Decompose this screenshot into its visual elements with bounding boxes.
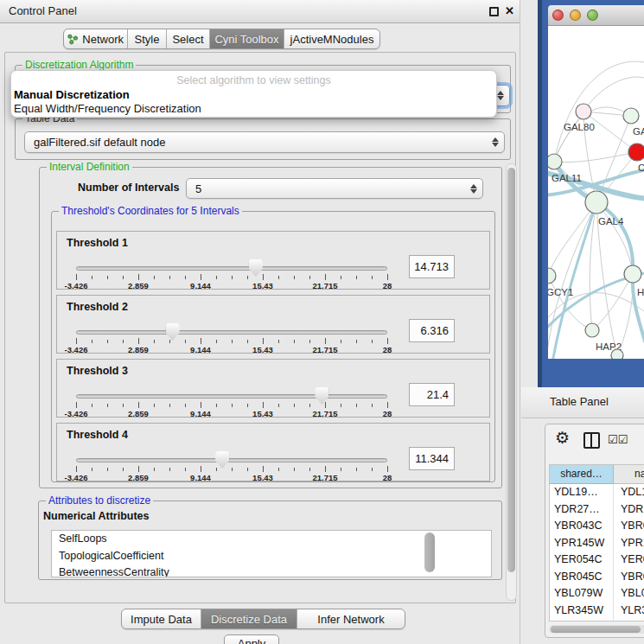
table-hscrollbar[interactable]: [549, 625, 644, 634]
cell-shared-name[interactable]: YBL079W: [550, 585, 614, 603]
select-columns-icons[interactable]: ☑☑: [608, 433, 628, 446]
tab-discretize-data[interactable]: Discretize Data: [201, 609, 297, 628]
threshold-slider[interactable]: -3.4262.8599.14415.4321.71528: [76, 450, 387, 481]
cell-name[interactable]: YLR3: [614, 603, 644, 620]
table-row[interactable]: YIL052CYIL0: [550, 619, 644, 622]
threshold-slider[interactable]: -3.4262.8599.14415.4321.71528: [76, 322, 387, 353]
cell-name[interactable]: YDR2: [614, 501, 644, 519]
cell-shared-name[interactable]: YBR045C: [550, 569, 614, 586]
numerical-attributes-label: Numerical Attributes: [43, 510, 149, 522]
tab-jactivemnodules[interactable]: jActiveMNodules: [284, 29, 379, 48]
threshold-value-field[interactable]: 14.713: [409, 255, 455, 278]
columns-icon[interactable]: [583, 432, 600, 449]
tab-select[interactable]: Select: [167, 29, 210, 48]
threshold-slider[interactable]: -3.4262.8599.14415.4321.71528: [76, 258, 387, 289]
table-row[interactable]: YDL19…YDL1: [550, 484, 644, 501]
table-panel-title: Table Panel: [550, 395, 609, 408]
table-row[interactable]: YBR045CYBR0: [550, 569, 644, 586]
network-node-gal80[interactable]: [576, 104, 591, 119]
minimize-traffic-light-icon[interactable]: [570, 10, 581, 21]
tab-impute-data[interactable]: Impute Data: [122, 609, 201, 628]
cell-shared-name[interactable]: YDL19…: [550, 484, 614, 501]
slider-groove[interactable]: [76, 458, 387, 462]
cell-shared-name[interactable]: YDR27…: [550, 501, 614, 519]
cyni-top-tabs: NetworkStyleSelectCyni ToolboxjActiveMNo…: [63, 29, 380, 49]
tab-network[interactable]: Network: [64, 29, 128, 48]
slider-groove[interactable]: [76, 394, 387, 399]
tab-style[interactable]: Style: [128, 29, 167, 48]
settings-scrollbar[interactable]: [506, 163, 517, 601]
table-row[interactable]: YDR27…YDR2: [550, 501, 644, 519]
threshold-label: Threshold 1: [67, 237, 128, 249]
network-node-label: GAL4: [598, 216, 624, 226]
panel-title: Control Panel: [9, 0, 77, 22]
threshold-value-field[interactable]: 11.344: [409, 447, 455, 470]
cell-name[interactable]: YER0: [614, 552, 644, 569]
close-traffic-light-icon[interactable]: [552, 10, 564, 21]
gear-icon[interactable]: ⚙: [555, 428, 570, 447]
cell-shared-name[interactable]: YER054C: [550, 552, 614, 569]
zoom-traffic-light-icon[interactable]: [587, 10, 598, 21]
network-icon: [67, 34, 78, 45]
number-of-intervals-value: 5: [195, 182, 201, 195]
algorithm-option-manual[interactable]: Manual Discretization: [14, 88, 130, 101]
network-edge: [583, 77, 644, 112]
table-hscrollbar-thumb[interactable]: [551, 626, 641, 633]
threshold-slider[interactable]: -3.4262.8599.14415.4321.71528: [76, 386, 387, 417]
cell-name[interactable]: YBR0: [614, 569, 644, 586]
slider-tick-labels: -3.4262.8599.14415.4321.71528: [76, 409, 387, 419]
network-node-hap2[interactable]: [585, 323, 599, 337]
number-of-intervals-combobox[interactable]: 5: [186, 178, 483, 199]
network-node-c[interactable]: [628, 143, 644, 161]
threshold-value-field[interactable]: 6.316: [409, 319, 455, 342]
cell-name[interactable]: YIL0: [614, 619, 644, 622]
tab-infer-network[interactable]: Infer Network: [297, 609, 405, 628]
cell-name[interactable]: YDL1: [614, 484, 644, 501]
cell-name[interactable]: YPR1: [614, 535, 644, 552]
threshold-value-field[interactable]: 21.4: [409, 383, 455, 406]
network-node-h[interactable]: [624, 265, 641, 283]
table-data-combobox[interactable]: galFiltered.sif default node: [24, 131, 505, 153]
table-row[interactable]: YLR345WYLR3: [550, 603, 644, 620]
cell-shared-name[interactable]: YBR043C: [550, 518, 614, 535]
network-node-gal11[interactable]: [548, 154, 562, 169]
network-node-label: GAL11: [552, 173, 582, 183]
cell-shared-name[interactable]: YPR145W: [550, 535, 614, 552]
tab-label: Infer Network: [317, 613, 384, 626]
node-attribute-table[interactable]: shared… na YDL19…YDL1YDR27…YDR2YBR043CYB…: [549, 464, 644, 622]
table-row[interactable]: YBL079WYBL0: [550, 585, 644, 603]
threshold-label: Threshold 4: [67, 429, 128, 441]
attributes-scrollbar-thumb[interactable]: [424, 532, 435, 572]
network-node[interactable]: [611, 349, 623, 359]
network-node-gal4[interactable]: [585, 191, 608, 214]
slider-groove[interactable]: [76, 266, 387, 271]
slider-ticks: [76, 466, 387, 473]
cell-shared-name[interactable]: YIL052C: [550, 619, 614, 622]
network-node-ga[interactable]: [623, 108, 639, 124]
tab-cyni-toolbox[interactable]: Cyni Toolbox: [210, 29, 284, 48]
close-icon[interactable]: ✕: [505, 4, 514, 17]
slider-groove[interactable]: [76, 330, 387, 335]
network-edge: [548, 202, 596, 276]
cyni-bottom-tabs: Impute DataDiscretize DataInfer Network: [121, 609, 405, 629]
table-data-group: Table Data galFiltered.sif default node: [15, 118, 511, 160]
network-node-gcy1[interactable]: [548, 268, 556, 284]
table-row[interactable]: YER054CYER0: [550, 552, 644, 569]
column-header-shared-name[interactable]: shared…: [550, 465, 614, 484]
column-header-name[interactable]: na: [614, 465, 644, 484]
algorithm-option-equal-width[interactable]: Equal Width/Frequency Discretization: [14, 102, 201, 115]
cyni-toolbox-panel: Discretization Algorithm Table Data galF…: [4, 52, 516, 603]
float-window-icon[interactable]: [489, 7, 499, 16]
cell-name[interactable]: YBL0: [614, 585, 644, 603]
apply-button[interactable]: Apply: [224, 634, 279, 644]
network-edge: [554, 152, 637, 163]
settings-scrollbar-thumb[interactable]: [507, 168, 515, 572]
network-canvas[interactable]: GAL80GACGAL11GAL4GCY1HHAP2: [548, 26, 644, 359]
table-row[interactable]: YPR145WYPR1: [550, 535, 644, 552]
table-row[interactable]: YBR043CYBR0: [550, 518, 644, 535]
algorithm-hint: Select algorithm to view settings: [11, 74, 496, 86]
cell-name[interactable]: YBR0: [614, 518, 644, 535]
tab-label: Impute Data: [131, 613, 192, 626]
cell-shared-name[interactable]: YLR345W: [550, 603, 614, 620]
network-edge-highlighted: [633, 274, 644, 341]
